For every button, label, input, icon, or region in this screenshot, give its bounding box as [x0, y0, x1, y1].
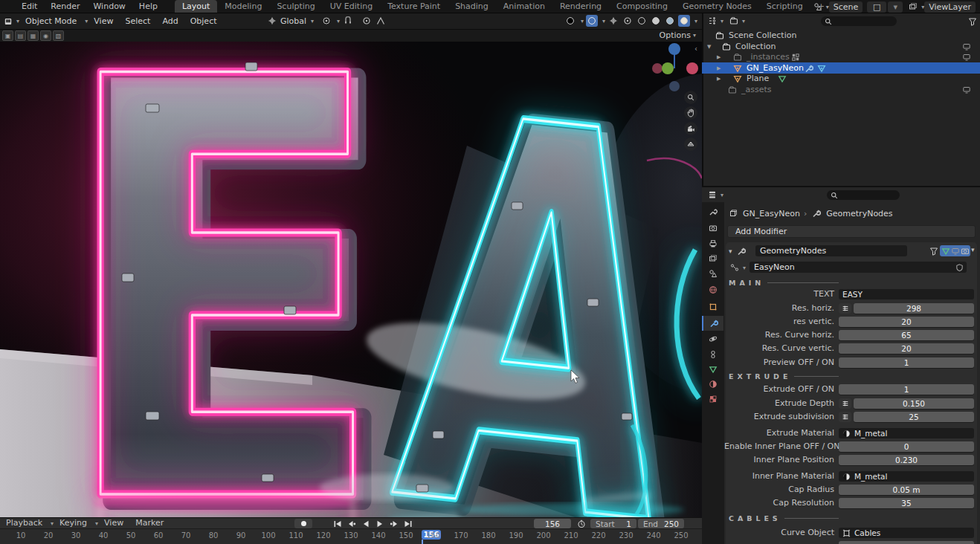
breadcrumb-object[interactable]: GN_EasyNeon: [743, 209, 800, 218]
add-modifier-button[interactable]: Add Modifier: [727, 225, 976, 238]
outliner-item-collection[interactable]: ▼Collection: [702, 41, 980, 52]
value-slider[interactable]: 20: [839, 317, 974, 327]
properties-tab-material[interactable]: [702, 377, 723, 392]
section-header-main[interactable]: M A I N: [729, 278, 839, 288]
delete-scene-button[interactable]: ▾: [888, 1, 903, 13]
sidebar-collapse-arrow[interactable]: ‹: [694, 45, 697, 53]
object-selector[interactable]: Cables: [839, 528, 974, 538]
outliner-item-plane[interactable]: ▶Plane: [702, 73, 980, 84]
render-toggle-icon[interactable]: [960, 246, 970, 256]
zoom-tool-icon[interactable]: [684, 91, 697, 104]
timeline-menu-playback[interactable]: Playback: [0, 518, 48, 528]
workspace-tab-uv-editing[interactable]: UV Editing: [323, 0, 380, 13]
magnet-snap-icon[interactable]: [342, 15, 354, 27]
workspace-tab-sculpting[interactable]: Sculpting: [269, 0, 322, 13]
value-slider[interactable]: 0.230: [839, 455, 974, 465]
value-slider[interactable]: 1: [839, 357, 974, 368]
gizmo-axis-x-neg[interactable]: [652, 63, 663, 74]
frame-start-field[interactable]: Start 1: [590, 519, 636, 528]
scene-selector[interactable]: ▾ Scene: [812, 1, 863, 13]
value-slider[interactable]: 1: [839, 384, 974, 395]
viewport-menu-select[interactable]: Select: [119, 13, 156, 29]
outliner-item-scene-collection[interactable]: Scene Collection: [702, 30, 980, 41]
section-header-extrude[interactable]: E X T R U D E: [729, 372, 839, 381]
viewport-menu-add[interactable]: Add: [156, 13, 184, 29]
play-reverse-button[interactable]: [358, 519, 373, 529]
viewport-render[interactable]: E E E A A A: [0, 42, 702, 517]
properties-tab-render[interactable]: [702, 221, 723, 236]
properties-tab-modifiers[interactable]: [702, 316, 723, 331]
workspace-tab-layout[interactable]: Layout: [175, 0, 217, 13]
disclosure-open-icon[interactable]: ▼: [707, 44, 711, 50]
value-slider[interactable]: 35: [839, 498, 974, 508]
gizmos-icon[interactable]: [607, 15, 619, 27]
properties-tab-object[interactable]: [702, 299, 723, 314]
modifier-name-field[interactable]: GeometryNodes: [755, 245, 907, 256]
value-slider[interactable]: 25: [854, 412, 974, 422]
workspace-tab-modeling[interactable]: Modeling: [217, 0, 269, 13]
properties-tab-tool[interactable]: [702, 204, 723, 219]
camera-view-icon[interactable]: [684, 122, 697, 135]
viewlayer-selector[interactable]: ▾ ViewLayer: [907, 1, 976, 13]
filter-icon[interactable]: [967, 16, 979, 27]
previous-keyframe-button[interactable]: [344, 519, 358, 529]
partial-row-slider[interactable]: [839, 541, 974, 544]
transform-orientation-icon[interactable]: [266, 15, 278, 27]
snap-target-icon[interactable]: [320, 15, 332, 27]
proportional-editing-icon[interactable]: [361, 15, 373, 27]
jump-to-start-button[interactable]: [330, 519, 344, 529]
options-dropdown[interactable]: Options ▾: [660, 30, 696, 40]
properties-tab-output[interactable]: [702, 236, 723, 251]
workspace-tab-rendering[interactable]: Rendering: [552, 0, 609, 13]
use-attribute-toggle[interactable]: [839, 412, 851, 422]
properties-search[interactable]: [827, 190, 900, 200]
workspace-tab-shading[interactable]: Shading: [448, 0, 496, 13]
edit-mode-toggle-icon[interactable]: [941, 246, 950, 256]
value-slider[interactable]: 0: [839, 441, 974, 452]
disclosure-closed-icon[interactable]: ▶: [717, 65, 721, 71]
viewport-menu-object[interactable]: Object: [184, 13, 223, 29]
shading-pie-icon[interactable]: [564, 15, 576, 27]
value-slider[interactable]: 298: [854, 303, 974, 314]
realtime-toggle-icon[interactable]: [950, 246, 960, 256]
current-frame-field[interactable]: 156: [534, 519, 571, 528]
properties-tab-constraints[interactable]: [702, 347, 723, 362]
timeline-menu-keying[interactable]: Keying: [54, 518, 93, 528]
disclosure-closed-icon[interactable]: ▶: [717, 54, 721, 60]
shading-rendered-icon[interactable]: [678, 15, 690, 27]
fake-user-shield-icon[interactable]: [955, 263, 964, 271]
xray-icon[interactable]: [622, 15, 634, 27]
material-selector[interactable]: M_metal: [839, 428, 974, 438]
overlays-icon[interactable]: [586, 15, 598, 27]
properties-tab-scene[interactable]: [702, 266, 723, 281]
frame-end-field[interactable]: End 250: [638, 519, 684, 528]
menu-render[interactable]: Render: [44, 0, 86, 13]
section-header-cables[interactable]: C A B L E S: [729, 514, 839, 523]
disclosure-closed-icon[interactable]: ▶: [717, 76, 721, 82]
modifier-extras-chevron[interactable]: ▾: [971, 246, 975, 253]
outliner-display-mode-icon[interactable]: [728, 15, 740, 27]
outliner-editor-icon[interactable]: [706, 15, 718, 27]
properties-tab-object-data[interactable]: [702, 362, 723, 377]
outliner-search[interactable]: [821, 16, 897, 26]
value-slider[interactable]: 20: [839, 343, 974, 354]
timeline-menu-marker[interactable]: Marker: [129, 518, 170, 528]
properties-editor-icon[interactable]: [706, 189, 718, 201]
mode-selector[interactable]: Object Mode: [19, 13, 83, 29]
gizmo-axis-z-neg[interactable]: [669, 81, 680, 91]
gizmo-axis-y[interactable]: [662, 62, 674, 74]
panel-expand-chevron[interactable]: ▾: [729, 247, 732, 255]
text-input[interactable]: EASY: [839, 289, 974, 299]
workspace-tab-texture-paint[interactable]: Texture Paint: [380, 0, 448, 13]
next-keyframe-button[interactable]: [387, 519, 401, 529]
pan-hand-icon[interactable]: [684, 106, 697, 120]
use-attribute-toggle[interactable]: [839, 303, 851, 314]
workspace-tab-animation[interactable]: Animation: [496, 0, 552, 13]
properties-tab-physics[interactable]: [702, 331, 723, 346]
shading-material-icon[interactable]: [664, 15, 676, 27]
menu-window[interactable]: Window: [86, 0, 132, 13]
edit-mode-display-toggle[interactable]: [928, 245, 940, 257]
viewlayer-name[interactable]: ViewLayer: [924, 1, 976, 13]
timeline-menu-view[interactable]: View: [98, 518, 129, 528]
timeline-ruler[interactable]: 156 102030405060708090100110120130140150…: [0, 528, 702, 544]
